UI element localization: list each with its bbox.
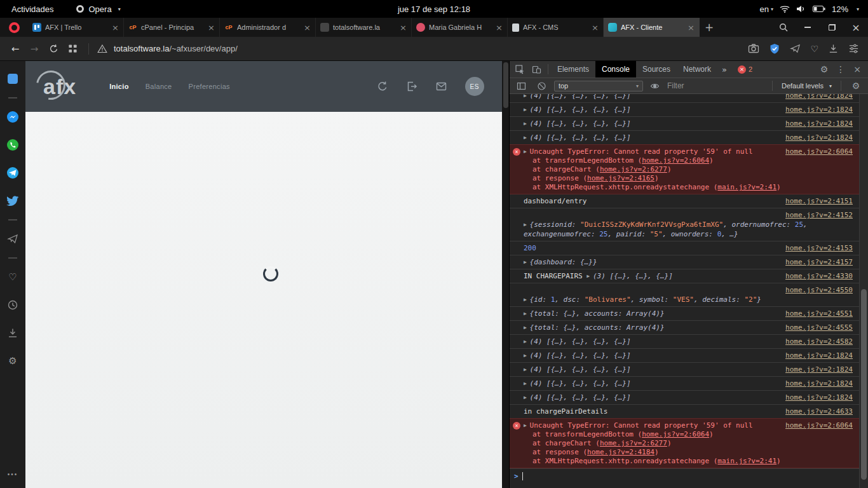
console-log-message[interactable]: home.js?v=2:4330IN CHARGEPAIRS ▶ (3) [{……: [510, 269, 859, 283]
page-scrollbar[interactable]: [502, 61, 509, 488]
mail-icon[interactable]: [435, 81, 447, 92]
flow-paper-plane-icon[interactable]: [0, 225, 25, 253]
source-location-link[interactable]: main.js?v=2:41: [717, 183, 776, 191]
tab-close-button[interactable]: ×: [112, 24, 119, 32]
source-location-link[interactable]: home.js?v=2:4153: [785, 243, 853, 253]
telegram-icon[interactable]: [0, 159, 25, 187]
logout-icon[interactable]: [406, 81, 417, 92]
source-location-link[interactable]: home.js?v=2:6064: [642, 430, 709, 438]
browser-tab[interactable]: AFX - CMS×: [508, 18, 604, 37]
source-location-link[interactable]: home.js?v=2:1824: [785, 105, 853, 114]
console-filter-input[interactable]: [667, 81, 766, 90]
opera-menu-button[interactable]: [9, 22, 20, 33]
scrollbar-thumb[interactable]: [861, 289, 867, 480]
battery-icon[interactable]: [813, 6, 825, 12]
console-log-message[interactable]: home.js?v=2:4153200: [510, 241, 859, 255]
devtools-tab-sources[interactable]: Sources: [636, 61, 677, 78]
bookmarks-heart-icon[interactable]: ♡: [0, 263, 25, 291]
console-log-message[interactable]: home.js?v=2:4550▶ {id: 1, dsc: "Bolivare…: [510, 283, 859, 306]
clock[interactable]: jue 17 de sep 12:18: [398, 4, 470, 14]
nav-item-preferencias[interactable]: Preferencias: [189, 83, 230, 90]
language-indicator[interactable]: en ▾: [759, 4, 773, 14]
source-location-link[interactable]: home.js?v=2:1824: [785, 133, 853, 142]
console-log-message[interactable]: home.js?v=2:4157▶ {dashboard: {…}}: [510, 255, 859, 269]
speed-dial-icon[interactable]: [65, 44, 80, 53]
caret-down-icon[interactable]: ▾: [857, 6, 859, 12]
source-location-link[interactable]: home.js?v=2:1824: [785, 379, 853, 388]
twitter-icon[interactable]: [0, 187, 25, 215]
browser-tab[interactable]: cPcPanel - Principa×: [124, 18, 220, 37]
console-log-message[interactable]: home.js?v=2:4582▶ (4) [{…}, {…}, {…}, {……: [510, 334, 859, 348]
source-location-link[interactable]: home.js?v=2:6064: [785, 147, 853, 156]
easy-setup-tune-icon[interactable]: [848, 43, 859, 54]
console-log-message[interactable]: home.js?v=2:1824▶ (4) [{…}, {…}, {…}, {……: [510, 94, 859, 102]
download-icon[interactable]: [828, 44, 839, 54]
browser-tab[interactable]: AFX | Trello×: [28, 18, 124, 37]
console-sidebar-icon[interactable]: [513, 78, 530, 93]
source-location-link[interactable]: home.js?v=2:4157: [785, 257, 853, 267]
source-location-link[interactable]: home.js?v=2:6277: [600, 165, 667, 173]
browser-tab[interactable]: totalsoftware.la×: [316, 18, 412, 37]
more-options-dots[interactable]: •••: [0, 460, 25, 488]
devtools-close-button[interactable]: ×: [849, 62, 865, 77]
source-location-link[interactable]: home.js?v=2:4151: [785, 196, 853, 206]
source-location-link[interactable]: home.js?v=2:4330: [785, 271, 853, 281]
browser-tab[interactable]: Maria Gabriela H×: [412, 18, 508, 37]
device-toolbar-icon[interactable]: [529, 62, 545, 77]
tab-search-icon[interactable]: [771, 18, 796, 37]
console-log-message[interactable]: home.js?v=2:4551▶ {total: {…}, accounts:…: [510, 306, 859, 320]
console-log-message[interactable]: home.js?v=2:1824▶ (4) [{…}, {…}, {…}, {……: [510, 116, 859, 130]
live-expression-eye-icon[interactable]: [647, 78, 663, 93]
downloads-icon[interactable]: [0, 319, 25, 347]
more-panels-button[interactable]: »: [717, 61, 731, 78]
messenger-icon[interactable]: [0, 103, 25, 131]
devtools-tab-elements[interactable]: Elements: [551, 61, 595, 78]
console-scrollbar[interactable]: [859, 94, 868, 488]
source-location-link[interactable]: home.js?v=2:4184: [587, 448, 654, 456]
console-prompt[interactable]: >: [510, 468, 859, 484]
devtools-menu-kebab-icon[interactable]: ⋮: [832, 62, 849, 77]
tab-close-button[interactable]: ×: [400, 24, 407, 32]
console-log-message[interactable]: home.js?v=2:1824▶ (4) [{…}, {…}, {…}, {……: [510, 130, 859, 144]
source-location-link[interactable]: home.js?v=2:1824: [785, 351, 853, 360]
url-field[interactable]: totalsoftware.la/~afxuser/dev/app/: [114, 44, 744, 53]
source-location-link[interactable]: home.js?v=2:4550: [785, 286, 853, 294]
clear-console-icon[interactable]: [534, 78, 550, 93]
tab-close-button[interactable]: ×: [208, 24, 215, 32]
console-log-message[interactable]: home.js?v=2:4151dashboard/entry: [510, 194, 859, 208]
afx-logo[interactable]: afx: [43, 76, 76, 97]
app-menu-button[interactable]: Opera ▾: [76, 4, 120, 14]
nav-item-balance[interactable]: Balance: [146, 83, 172, 90]
restore-button[interactable]: [820, 18, 844, 37]
snapshot-camera-icon[interactable]: [748, 43, 759, 54]
avatar[interactable]: ES: [465, 77, 484, 96]
scrollbar-thumb[interactable]: [503, 62, 508, 108]
devtools-tab-network[interactable]: Network: [677, 61, 717, 78]
console-log-message[interactable]: home.js?v=2:1824▶ (4) [{…}, {…}, {…}, {……: [510, 348, 859, 362]
console-log-message[interactable]: home.js?v=2:1824▶ (4) [{…}, {…}, {…}, {……: [510, 376, 859, 390]
history-clock-icon[interactable]: [0, 291, 25, 319]
console-error-message[interactable]: ×home.js?v=2:6064▶ Uncaught TypeError: C…: [510, 418, 859, 468]
my-flow-icon[interactable]: [790, 43, 801, 54]
tab-close-button[interactable]: ×: [496, 24, 503, 32]
log-levels-dropdown[interactable]: Default levels ▾: [779, 82, 834, 90]
execution-context-selector[interactable]: top ▾: [554, 81, 643, 92]
devtools-settings-gear-icon[interactable]: ⚙: [816, 62, 832, 77]
nav-item-inicio[interactable]: Inicio: [109, 83, 129, 90]
source-location-link[interactable]: home.js?v=2:1824: [785, 365, 853, 374]
bookmark-heart-icon[interactable]: ♡: [810, 44, 818, 53]
source-location-link[interactable]: home.js?v=2:6064: [785, 421, 853, 430]
wifi-icon[interactable]: [780, 5, 790, 13]
console-log-message[interactable]: home.js?v=2:4633in chargePairDetails: [510, 404, 859, 418]
workspace-icon[interactable]: [0, 65, 25, 93]
source-location-link[interactable]: home.js?v=2:6064: [642, 156, 709, 165]
inspect-element-icon[interactable]: [512, 62, 529, 77]
source-location-link[interactable]: home.js?v=2:4165: [587, 174, 654, 182]
browser-tab[interactable]: cPAdministrador d×: [220, 18, 316, 37]
source-location-link[interactable]: home.js?v=2:4555: [785, 323, 853, 332]
browser-tab[interactable]: AFX - Cliente×: [604, 18, 700, 37]
tab-close-button[interactable]: ×: [688, 24, 695, 32]
console-settings-gear-icon[interactable]: ⚙: [848, 78, 864, 93]
tab-close-button[interactable]: ×: [304, 24, 311, 32]
volume-icon[interactable]: [796, 5, 806, 13]
